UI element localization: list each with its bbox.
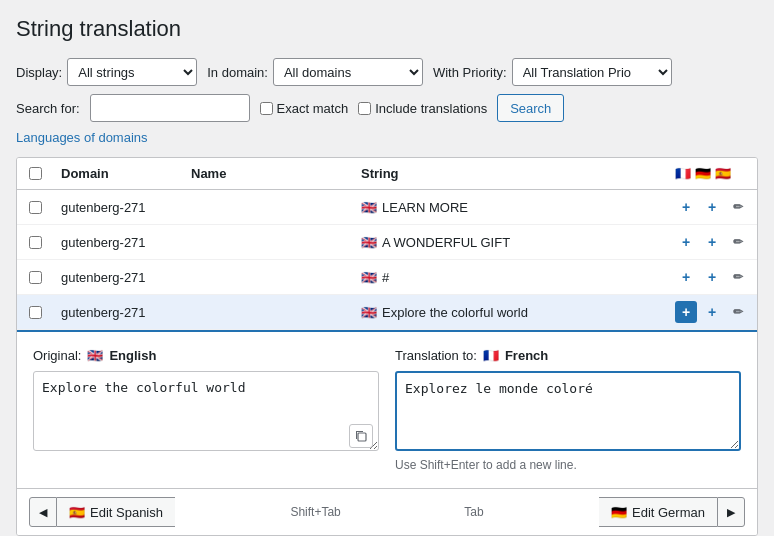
table-row: gutenberg-271 🇬🇧 A WONDERFUL GIFT + + ✏	[17, 225, 757, 260]
translation-lang: French	[505, 348, 548, 363]
table-row: gutenberg-271 🇬🇧 LEARN MORE + + ✏	[17, 190, 757, 225]
table-row: gutenberg-271 🇬🇧 # + + ✏	[17, 260, 757, 295]
translation-flag: 🇫🇷	[483, 348, 499, 363]
controls-row: Display: All strings In domain: All doma…	[16, 58, 758, 86]
row1-actions: + + ✏	[667, 196, 757, 218]
search-input[interactable]	[90, 94, 250, 122]
row3-domain: gutenberg-271	[53, 270, 183, 285]
row4-add-fr[interactable]: +	[675, 301, 697, 323]
edit-spanish-group: ◀ 🇪🇸 Edit Spanish	[29, 497, 175, 527]
row2-flag: 🇬🇧	[361, 235, 377, 250]
search-row: Search for: Exact match Include translat…	[16, 94, 758, 122]
languages-link[interactable]: Languages of domains	[16, 130, 148, 145]
hint-text: Use Shift+Enter to add a new line.	[395, 458, 741, 472]
row2-checkbox[interactable]	[17, 236, 53, 249]
table-row-active: gutenberg-271 🇬🇧 Explore the colorful wo…	[17, 295, 757, 330]
translation-textarea[interactable]	[395, 371, 741, 451]
row2-domain: gutenberg-271	[53, 235, 183, 250]
row4-edit[interactable]: ✏	[727, 301, 749, 323]
row1-string: 🇬🇧 LEARN MORE	[353, 200, 667, 215]
header-name: Name	[183, 166, 353, 181]
original-lang: English	[109, 348, 156, 363]
prev-arrow[interactable]: ◀	[29, 497, 57, 527]
row2-add-fr[interactable]: +	[675, 231, 697, 253]
row4-domain: gutenberg-271	[53, 305, 183, 320]
row2-string-text: A WONDERFUL GIFT	[382, 235, 510, 250]
row3-actions: + + ✏	[667, 266, 757, 288]
row3-string: 🇬🇧 #	[353, 270, 667, 285]
display-group: Display: All strings	[16, 58, 197, 86]
translation-panel-content: Translation to: 🇫🇷 French Use Shift+Ente…	[395, 348, 741, 472]
row4-add-de[interactable]: +	[701, 301, 723, 323]
tab-shortcut: Tab	[464, 505, 483, 519]
page-title: String translation	[16, 16, 758, 42]
edit-spanish-button[interactable]: 🇪🇸 Edit Spanish	[57, 497, 175, 527]
priority-select[interactable]: All Translation Priorities	[512, 58, 672, 86]
row1-add-de[interactable]: +	[701, 196, 723, 218]
copy-button[interactable]	[349, 424, 373, 448]
table-container: Domain Name String 🇫🇷 🇩🇪 🇪🇸 gutenberg-27…	[16, 157, 758, 536]
page-wrapper: String translation Display: All strings …	[0, 0, 774, 536]
priority-label: With Priority:	[433, 65, 507, 80]
header-string: String	[353, 166, 667, 181]
row2-actions: + + ✏	[667, 231, 757, 253]
domain-group: In domain: All domains	[207, 58, 423, 86]
row4-actions: + + ✏	[667, 301, 757, 323]
header-domain: Domain	[53, 166, 183, 181]
exact-match-label[interactable]: Exact match	[260, 101, 349, 116]
row2-string: 🇬🇧 A WONDERFUL GIFT	[353, 235, 667, 250]
flag-fr: 🇫🇷	[675, 166, 691, 181]
row3-add-fr[interactable]: +	[675, 266, 697, 288]
edit-german-label: Edit German	[632, 505, 705, 520]
display-label: Display:	[16, 65, 62, 80]
original-textarea	[33, 371, 379, 451]
table-header: Domain Name String 🇫🇷 🇩🇪 🇪🇸	[17, 158, 757, 190]
domain-label: In domain:	[207, 65, 268, 80]
edit-german-button[interactable]: 🇩🇪 Edit German	[599, 497, 717, 527]
row1-edit[interactable]: ✏	[727, 196, 749, 218]
exact-match-checkbox[interactable]	[260, 102, 273, 115]
next-arrow[interactable]: ▶	[717, 497, 745, 527]
spanish-flag: 🇪🇸	[69, 505, 85, 520]
row1-add-fr[interactable]: +	[675, 196, 697, 218]
include-translations-checkbox[interactable]	[358, 102, 371, 115]
bottom-nav: ◀ 🇪🇸 Edit Spanish Shift+Tab Tab 🇩🇪 Edit …	[17, 488, 757, 535]
priority-group: With Priority: All Translation Prioritie…	[433, 58, 672, 86]
edit-german-group: 🇩🇪 Edit German ▶	[599, 497, 745, 527]
row3-string-text: #	[382, 270, 389, 285]
row3-edit[interactable]: ✏	[727, 266, 749, 288]
edit-spanish-label: Edit Spanish	[90, 505, 163, 520]
original-panel: Original: 🇬🇧 English	[33, 348, 379, 472]
translation-label: Translation to:	[395, 348, 477, 363]
svg-rect-0	[358, 433, 366, 441]
german-flag: 🇩🇪	[611, 505, 627, 520]
row1-checkbox[interactable]	[17, 201, 53, 214]
row1-string-text: LEARN MORE	[382, 200, 468, 215]
search-for-label: Search for:	[16, 101, 80, 116]
domain-select[interactable]: All domains	[273, 58, 423, 86]
display-select[interactable]: All strings	[67, 58, 197, 86]
row4-checkbox[interactable]	[17, 306, 53, 319]
header-flags: 🇫🇷 🇩🇪 🇪🇸	[667, 166, 757, 181]
shift-tab-shortcut: Shift+Tab	[290, 505, 340, 519]
row4-flag: 🇬🇧	[361, 305, 377, 320]
original-title: Original: 🇬🇧 English	[33, 348, 379, 363]
row2-edit[interactable]: ✏	[727, 231, 749, 253]
flag-es: 🇪🇸	[715, 166, 731, 181]
row1-flag: 🇬🇧	[361, 200, 377, 215]
row2-add-de[interactable]: +	[701, 231, 723, 253]
row4-string-text: Explore the colorful world	[382, 305, 528, 320]
search-button[interactable]: Search	[497, 94, 564, 122]
original-label: Original:	[33, 348, 81, 363]
include-translations-label[interactable]: Include translations	[358, 101, 487, 116]
flag-de: 🇩🇪	[695, 166, 711, 181]
row1-domain: gutenberg-271	[53, 200, 183, 215]
translation-panel: Original: 🇬🇧 English	[17, 330, 757, 488]
row3-add-de[interactable]: +	[701, 266, 723, 288]
original-wrapper	[33, 371, 379, 454]
row3-flag: 🇬🇧	[361, 270, 377, 285]
header-checkbox[interactable]	[17, 167, 53, 180]
row3-checkbox[interactable]	[17, 271, 53, 284]
row4-string: 🇬🇧 Explore the colorful world	[353, 305, 667, 320]
select-all-checkbox[interactable]	[29, 167, 42, 180]
